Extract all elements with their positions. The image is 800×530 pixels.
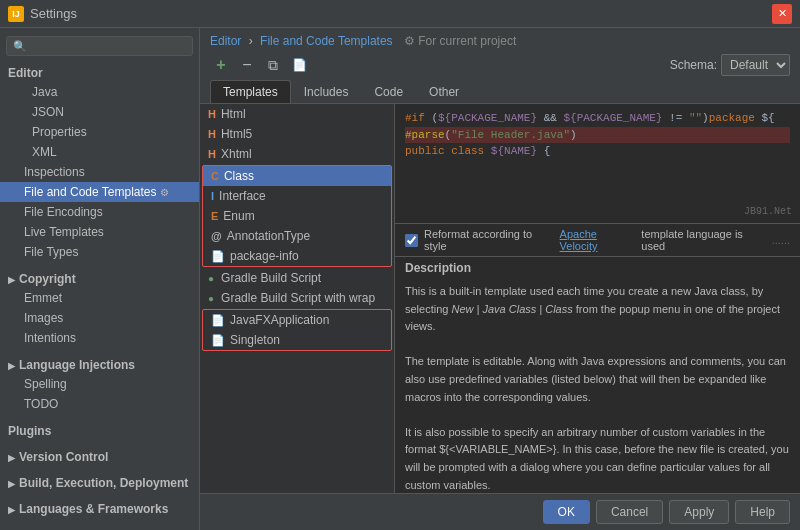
app-icon: IJ: [8, 6, 24, 22]
velocity-dots: ......: [772, 234, 790, 246]
content-panel: Editor › File and Code Templates ⚙ For c…: [200, 28, 800, 530]
lang-inject-arrow: ▶: [8, 361, 15, 371]
sidebar-section-build-execution: ▶Build, Execution, Deployment: [0, 470, 199, 492]
list-item-class[interactable]: C Class: [203, 166, 391, 186]
breadcrumb: Editor › File and Code Templates ⚙ For c…: [210, 34, 790, 48]
search-box[interactable]: 🔍: [6, 36, 193, 56]
sidebar-item-live-templates[interactable]: Live Templates: [0, 222, 199, 242]
list-item-enum[interactable]: E Enum: [203, 206, 391, 226]
sidebar-item-inspections[interactable]: Inspections: [0, 162, 199, 182]
sidebar-item-java[interactable]: Java: [0, 82, 199, 102]
breadcrumb-editor[interactable]: Editor: [210, 34, 241, 48]
velocity-link[interactable]: Apache Velocity: [560, 228, 636, 252]
watermark: JB91.Net: [744, 206, 792, 217]
sidebar-item-spelling[interactable]: Spelling: [0, 374, 199, 394]
content-body: H Html H Html5 H Xhtml C Class: [200, 104, 800, 493]
singleton-icon: 📄: [211, 334, 225, 347]
code-line-2: #parse("File Header.java"): [405, 127, 790, 144]
file-label-gradle: Gradle Build Script: [221, 271, 321, 285]
code-line-3: public class ${NAME} {: [405, 143, 790, 160]
interface-icon: I: [211, 190, 214, 202]
file-label-html: Html: [221, 107, 246, 121]
sidebar-item-file-and-code-templates[interactable]: File and Code Templates ⚙: [0, 182, 199, 202]
velocity-suffix: template language is used: [641, 228, 765, 252]
sidebar-item-intentions[interactable]: Intentions: [0, 328, 199, 348]
sidebar-item-emmet[interactable]: Emmet: [0, 288, 199, 308]
code-line-1: #if (${PACKAGE_NAME} && ${PACKAGE_NAME} …: [405, 110, 790, 127]
reformat-row: Reformat according to style Apache Veloc…: [395, 224, 800, 257]
list-item-interface[interactable]: I Interface: [203, 186, 391, 206]
sidebar-section-tools: ▶Tools: [0, 522, 199, 530]
list-item-annotationtype[interactable]: @ AnnotationType: [203, 226, 391, 246]
copyright-arrow: ▶: [8, 275, 15, 285]
sidebar-section-languages: ▶Languages & Frameworks: [0, 496, 199, 518]
package-icon: 📄: [211, 250, 225, 263]
class-icon: C: [211, 170, 219, 182]
sidebar-item-file-encodings[interactable]: File Encodings: [0, 202, 199, 222]
copy-template-button[interactable]: ⧉: [262, 54, 284, 76]
sidebar-section-version-control: ▶Version Control: [0, 444, 199, 466]
sidebar-item-images[interactable]: Images: [0, 308, 199, 328]
sidebar-section-copyright: ▶Copyright: [0, 266, 199, 288]
sidebar-section-language-injections: ▶Language Injections: [0, 352, 199, 374]
title-bar: IJ Settings ✕: [0, 0, 800, 28]
file-label-interface: Interface: [219, 189, 266, 203]
add-template-button[interactable]: +: [210, 54, 232, 76]
tabs-row: Templates Includes Code Other: [210, 80, 790, 103]
apply-button[interactable]: Apply: [669, 500, 729, 524]
list-item-gradle-build-script[interactable]: ● Gradle Build Script: [200, 268, 394, 288]
file-template-button[interactable]: 📄: [288, 54, 310, 76]
html5-icon: H: [208, 128, 216, 140]
sidebar-item-file-types[interactable]: File Types: [0, 242, 199, 262]
html-icon: H: [208, 108, 216, 120]
schema-label: Schema:: [670, 58, 717, 72]
bottom-bar: OK Cancel Apply Help: [200, 493, 800, 530]
file-label-xhtml: Xhtml: [221, 147, 252, 161]
list-item-gradle-with-wrap[interactable]: ● Gradle Build Script with wrap: [200, 288, 394, 308]
file-label-enum: Enum: [223, 209, 254, 223]
description-label: Description: [395, 257, 800, 275]
cancel-button[interactable]: Cancel: [596, 500, 663, 524]
list-item-package-info[interactable]: 📄 package-info: [203, 246, 391, 266]
sidebar-item-xml[interactable]: XML: [0, 142, 199, 162]
tab-includes[interactable]: Includes: [291, 80, 362, 103]
tab-other[interactable]: Other: [416, 80, 472, 103]
window-title: Settings: [30, 6, 77, 21]
list-item-singleton[interactable]: 📄 Singleton: [203, 330, 391, 350]
file-list: H Html H Html5 H Xhtml C Class: [200, 104, 395, 493]
remove-template-button[interactable]: −: [236, 54, 258, 76]
search-icon: 🔍: [13, 40, 27, 53]
sidebar-section-editor: Editor: [0, 60, 199, 82]
list-item-html5[interactable]: H Html5: [200, 124, 394, 144]
reformat-checkbox[interactable]: [405, 234, 418, 247]
description-area: This is a built-in template used each ti…: [395, 275, 800, 493]
list-item-html[interactable]: H Html: [200, 104, 394, 124]
file-label-singleton: Singleton: [230, 333, 280, 347]
vc-arrow: ▶: [8, 453, 15, 463]
breadcrumb-file-code-templates[interactable]: File and Code Templates: [260, 34, 393, 48]
javafx-icon: 📄: [211, 314, 225, 327]
file-label-package-info: package-info: [230, 249, 299, 263]
help-button[interactable]: Help: [735, 500, 790, 524]
content-header: Editor › File and Code Templates ⚙ For c…: [200, 28, 800, 104]
sidebar: 🔍 Editor Java JSON Properties XML Inspec…: [0, 28, 200, 530]
ok-button[interactable]: OK: [543, 500, 590, 524]
tab-templates[interactable]: Templates: [210, 80, 291, 103]
gradle-icon: ●: [208, 273, 214, 284]
list-item-xhtml[interactable]: H Xhtml: [200, 144, 394, 164]
sidebar-item-properties[interactable]: Properties: [0, 122, 199, 142]
build-arrow: ▶: [8, 479, 15, 489]
list-item-javafx[interactable]: 📄 JavaFXApplication: [203, 310, 391, 330]
code-area[interactable]: #if (${PACKAGE_NAME} && ${PACKAGE_NAME} …: [395, 104, 800, 224]
sidebar-section-plugins: Plugins: [0, 418, 199, 440]
schema-dropdown[interactable]: Default: [721, 54, 790, 76]
file-label-annotationtype: AnnotationType: [227, 229, 310, 243]
enum-icon: E: [211, 210, 218, 222]
tab-code[interactable]: Code: [361, 80, 416, 103]
file-label-javafx: JavaFXApplication: [230, 313, 329, 327]
sidebar-item-json[interactable]: JSON: [0, 102, 199, 122]
search-input[interactable]: [31, 39, 186, 53]
close-button[interactable]: ✕: [772, 4, 792, 24]
xhtml-icon: H: [208, 148, 216, 160]
sidebar-item-todo[interactable]: TODO: [0, 394, 199, 414]
